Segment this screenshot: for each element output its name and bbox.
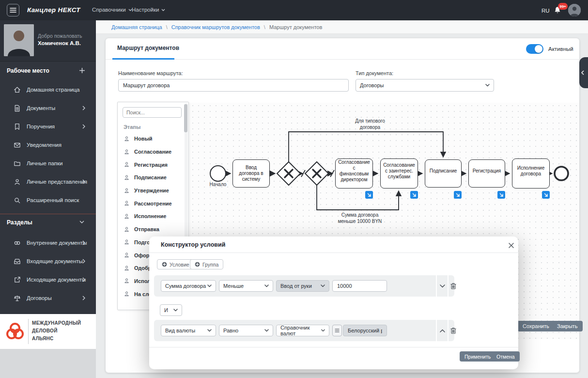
condition-field-select[interactable]: Сумма договора <box>161 280 216 292</box>
delete-condition-button[interactable] <box>449 281 458 291</box>
gateway-2[interactable] <box>305 162 328 185</box>
stage-person-icon <box>124 226 130 233</box>
stage-person-icon <box>124 213 130 220</box>
bpmn-task-registration[interactable]: Регистрация <box>468 159 505 188</box>
delete-condition-button[interactable] <box>449 326 458 335</box>
logic-operator-select[interactable]: И <box>160 304 182 316</box>
palette-stage-item[interactable]: Рассмотрение <box>118 197 186 210</box>
task-condition-link-icon[interactable] <box>365 191 373 199</box>
move-up-button[interactable] <box>438 326 447 335</box>
bpmn-task-services-approval[interactable]: Согласование с заинтерес. службами <box>380 158 418 189</box>
sidebar-section-outgoing-documents[interactable]: Исходящие документы <box>0 270 96 289</box>
modal-title: Конструктор условий <box>161 241 225 248</box>
user-avatar[interactable] <box>568 4 581 16</box>
language-selector[interactable]: RU <box>542 8 550 14</box>
save-button[interactable]: Сохранить <box>517 321 555 331</box>
row-cell-divider <box>448 275 449 297</box>
scales-icon <box>14 295 21 302</box>
chevron-left-icon <box>581 70 584 75</box>
breadcrumb-section-link[interactable]: Справочник маршрутов документов <box>171 24 260 30</box>
palette-stage-item[interactable]: Утверждение <box>118 184 186 197</box>
palette-stage-item[interactable]: Новый <box>118 132 186 145</box>
chevron-down-icon <box>321 329 325 332</box>
document-type-select[interactable]: Договоры <box>356 79 494 92</box>
topbar: Канцлер НЕКСТ Справочники Настройки RU 9… <box>0 0 588 20</box>
palette-stage-item[interactable]: Исполнение <box>118 210 186 223</box>
company-name-line: ДЕЛОВОЙ <box>32 328 58 333</box>
chevron-right-icon <box>82 240 85 245</box>
flow-typical-contract <box>289 132 443 162</box>
task-condition-link-icon[interactable] <box>497 191 505 199</box>
task-condition-link-icon[interactable] <box>454 191 462 199</box>
chevron-down-icon <box>440 284 445 288</box>
condition-operator-select[interactable]: Равно <box>219 325 273 336</box>
active-tab-underline <box>112 58 174 60</box>
open-dictionary-button[interactable] <box>332 325 342 336</box>
palette-scrollbar-thumb[interactable] <box>184 104 187 132</box>
palette-search-input[interactable] <box>123 107 182 118</box>
plus-circle-icon <box>162 262 167 267</box>
bpmn-task-execution[interactable]: Исполнение договора <box>512 158 550 189</box>
bpmn-task-finance-approval[interactable]: Согласование с финансовым директором <box>335 158 373 189</box>
breadcrumb-home-link[interactable]: Домашняя страница <box>111 24 162 30</box>
chevron-down-icon[interactable] <box>79 220 84 223</box>
bookmark-icon <box>14 123 21 130</box>
sidebar-item-advanced-search[interactable]: Расширенный поиск <box>0 191 96 209</box>
menu-settings[interactable]: Настройки <box>132 7 165 13</box>
sidebar-item-personal-folders[interactable]: Личные папки <box>0 154 96 173</box>
apply-button[interactable]: Применить <box>460 351 495 362</box>
gateway-1[interactable] <box>277 162 300 185</box>
end-event[interactable] <box>555 167 568 180</box>
task-condition-link-icon[interactable] <box>542 191 550 199</box>
sidebar-item-documents[interactable]: Документы <box>0 99 96 117</box>
menu-toggle-button[interactable] <box>7 4 19 16</box>
add-condition-button[interactable]: Условие <box>157 259 194 269</box>
sidebar-section-incoming-documents[interactable]: Входящие документы <box>0 252 96 270</box>
task-condition-link-icon[interactable] <box>410 191 418 199</box>
sections-header[interactable]: Разделы <box>7 219 32 226</box>
palette-stage-item[interactable]: Подписание <box>118 171 186 184</box>
menu-references[interactable]: Справочники <box>92 7 132 13</box>
row-cell-divider <box>436 320 437 341</box>
tab-document-route[interactable]: Маршрут документов <box>117 45 179 51</box>
move-down-button[interactable] <box>438 281 447 291</box>
sidebar-item-personal-views[interactable]: Личные представления <box>0 173 96 191</box>
start-event[interactable] <box>210 166 226 181</box>
sidebar-item-home[interactable]: Домашняя страница <box>0 80 96 99</box>
palette-header: Этапы <box>124 124 140 130</box>
close-button[interactable]: Закрыть <box>552 321 583 331</box>
stage-person-icon <box>124 278 130 284</box>
flow-sum-less-10000 <box>317 185 399 210</box>
chevron-down-icon <box>173 309 178 312</box>
notification-count-badge: 99+ <box>558 3 568 10</box>
condition-operator-select[interactable]: Меньше <box>219 280 273 292</box>
bpmn-task-input-contract[interactable]: Ввод договора в систему <box>232 159 270 188</box>
cancel-button[interactable]: Отмена <box>492 351 520 362</box>
palette-stage-item[interactable]: Регистрация <box>118 158 186 171</box>
company-name-line: МЕЖДУНАРОДНЫЙ <box>32 320 81 326</box>
workspace-add-icon[interactable] <box>79 68 85 73</box>
route-name-input[interactable] <box>118 79 349 92</box>
chevron-down-icon <box>264 284 269 287</box>
close-icon[interactable] <box>507 241 515 250</box>
sidebar-section-contracts[interactable]: Договоры <box>0 289 96 307</box>
sidebar-item-assignments[interactable]: Поручения <box>0 117 96 136</box>
condition-source-select[interactable]: Справочник валют <box>276 325 329 336</box>
palette-stage-item[interactable]: Отправка <box>118 223 186 236</box>
condition-field-select[interactable]: Вид валюты <box>161 325 216 336</box>
sidebar-item-notifications[interactable]: Уведомления <box>0 136 96 154</box>
chevron-right-icon <box>82 296 85 300</box>
app-logo[interactable]: Канцлер НЕКСТ <box>27 6 80 14</box>
breadcrumb: Домашняя страница \ Справочник маршрутов… <box>96 20 588 34</box>
condition-source-select[interactable]: Ввод от руки <box>276 280 329 292</box>
panel-collapse-handle[interactable] <box>579 57 588 88</box>
active-toggle[interactable] <box>526 44 543 54</box>
sidebar-divider <box>0 214 96 214</box>
palette-stage-item[interactable]: Согласование <box>118 145 186 158</box>
bpmn-task-signing[interactable]: Подписание <box>425 159 462 188</box>
condition-value-input[interactable] <box>332 280 387 292</box>
sidebar-section-internal-documents[interactable]: Внутренние документы <box>0 234 96 252</box>
chevron-up-icon <box>440 329 445 332</box>
stage-person-icon <box>124 252 130 258</box>
add-group-button[interactable]: Группа <box>190 259 223 269</box>
